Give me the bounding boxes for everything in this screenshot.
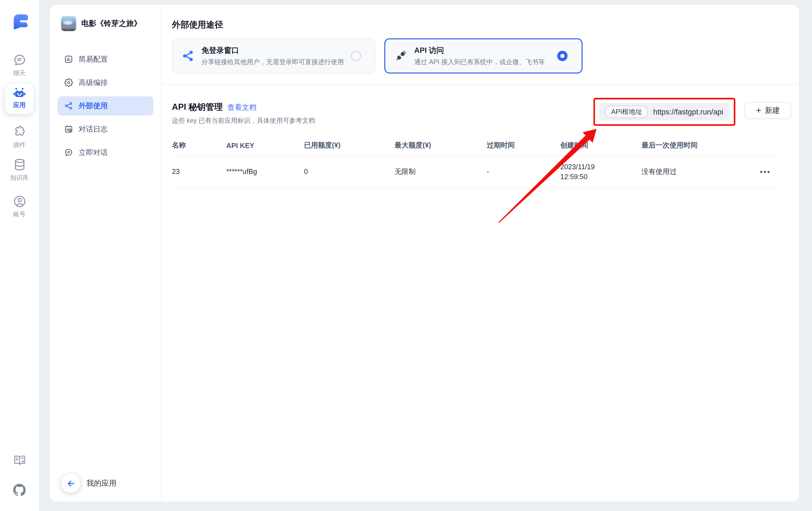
subnav-item-chat-now[interactable]: 立即对话 [58, 143, 153, 162]
option-desc: 通过 API 接入到已有系统中，或企微、飞书等 [414, 58, 545, 66]
subnav-item-advanced-orchestration[interactable]: 高级编排 [58, 73, 153, 92]
col-name: 名称 [172, 141, 227, 150]
cell-name: 23 [172, 168, 227, 176]
subnav-item-label: 对话日志 [79, 125, 108, 134]
app-window: 聊天 应用 插件 [0, 0, 812, 511]
rail-item-plugins[interactable]: 插件 [0, 125, 39, 149]
api-key-table: 名称 API KEY 已用额度(¥) 最大额度(¥) 过期时间 创建时间 最后一… [172, 136, 792, 188]
annotation-red-box: API根地址 https://fastgpt.run/api [593, 98, 735, 126]
option-texts: 免登录窗口 分享链接给其他用户，无需登录即可直接进行使用 [201, 46, 344, 66]
app-subnav: 电影《铃芽之旅》 简易配置 [50, 5, 162, 502]
chat-bubble-icon [64, 148, 73, 157]
cell-apikey: ******ufBg [226, 168, 304, 176]
rail-item-apps[interactable]: 应用 [5, 84, 34, 114]
cell-expire: - [487, 168, 560, 176]
back-label: 我的应用 [86, 479, 116, 488]
app-panel: 电影《铃芽之旅》 简易配置 [49, 4, 800, 502]
option-title: API 访问 [414, 46, 545, 55]
subnav-item-label: 立即对话 [79, 148, 108, 157]
fastgpt-logo[interactable] [10, 12, 30, 31]
option-title: 免登录窗口 [201, 46, 344, 55]
back-to-my-apps[interactable]: 我的应用 [61, 474, 116, 493]
api-key-title: API 秘钥管理 [172, 102, 223, 113]
rail-item-docs[interactable] [0, 453, 39, 467]
cell-created: 2023/11/19 12:59:50 [560, 162, 641, 181]
app-name: 电影《铃芽之旅》 [81, 19, 141, 29]
usage-options: 免登录窗口 分享链接给其他用户，无需登录即可直接进行使用 [172, 38, 792, 74]
github-icon [13, 483, 26, 496]
col-expire: 过期时间 [487, 141, 560, 150]
usage-section-title: 外部使用途径 [172, 19, 792, 31]
plug-icon [394, 49, 407, 63]
share-nodes-icon [64, 102, 73, 110]
app-header: 电影《铃芽之旅》 [50, 5, 161, 31]
calendar-clock-icon [64, 125, 73, 134]
col-used: 已用额度(¥) [304, 141, 395, 150]
col-created: 创建时间 [560, 141, 641, 150]
rail-item-github[interactable] [0, 483, 39, 496]
database-icon [13, 158, 26, 171]
user-icon [13, 195, 26, 208]
radio-unselected[interactable] [351, 51, 361, 61]
option-desc: 分享链接给其他用户，无需登录即可直接进行使用 [201, 58, 344, 66]
subnav-menu: 简易配置 高级编排 [58, 50, 153, 162]
bars-chart-icon [64, 55, 73, 63]
arrow-left-icon [65, 478, 76, 489]
option-texts: API 访问 通过 API 接入到已有系统中，或企微、飞书等 [414, 46, 545, 66]
share-nodes-blue-icon [181, 49, 195, 63]
table-header-row: 名称 API KEY 已用额度(¥) 最大额度(¥) 过期时间 创建时间 最后一… [172, 136, 776, 156]
new-key-button[interactable]: + 新建 [745, 102, 791, 119]
new-key-label: 新建 [765, 106, 780, 116]
col-apikey: API KEY [226, 142, 304, 149]
option-api-access[interactable]: API 访问 通过 API 接入到已有系统中，或企微、飞书等 [384, 38, 582, 74]
col-lastused: 最后一次使用时间 [642, 141, 754, 150]
cell-lastused: 没有使用过 [642, 167, 754, 176]
chat-icon [13, 53, 26, 67]
rail-item-label: 聊天 [0, 69, 39, 78]
subnav-item-simple-config[interactable]: 简易配置 [58, 50, 153, 69]
main-content: 外部使用途径 免登录窗口 分享链接给其他用户，无需登录即可直接进行使用 [162, 5, 799, 502]
subnav-item-label: 高级编排 [79, 78, 108, 87]
subnav-item-external-use[interactable]: 外部使用 [58, 96, 153, 116]
rail-item-label: 知识库 [0, 173, 39, 182]
radio-selected[interactable] [557, 51, 568, 61]
rail-item-knowledge[interactable]: 知识库 [0, 158, 39, 182]
option-no-login-window[interactable]: 免登录窗口 分享链接给其他用户，无需登录即可直接进行使用 [172, 38, 376, 74]
cell-used: 0 [304, 168, 395, 176]
api-root-url: https://fastgpt.run/api [653, 108, 723, 116]
subnav-item-label: 简易配置 [79, 55, 108, 64]
back-button[interactable] [61, 474, 80, 493]
row-actions-menu[interactable] [753, 171, 776, 173]
app-avatar [61, 16, 76, 31]
api-key-section: API 秘钥管理 查看文档 这些 key 已有当前应用标识，具体使用可参考文档 … [172, 85, 792, 188]
cell-max: 无限制 [395, 167, 487, 176]
rail-item-label: 应用 [5, 101, 34, 110]
puzzle-icon [13, 125, 26, 139]
rail-item-account[interactable]: 账号 [0, 195, 39, 219]
subnav-item-chat-logs[interactable]: 对话日志 [58, 120, 153, 139]
api-root-label: API根地址 [606, 106, 648, 118]
book-icon [13, 453, 26, 467]
rail-item-chat[interactable]: 聊天 [0, 53, 39, 78]
api-root-chip: API根地址 https://fastgpt.run/api [599, 103, 729, 120]
col-max: 最大额度(¥) [395, 141, 487, 150]
subnav-item-label: 外部使用 [79, 101, 108, 111]
table-row: 23 ******ufBg 0 无限制 - 2023/11/19 12:59:5… [172, 156, 776, 188]
view-docs-link[interactable]: 查看文档 [227, 103, 256, 112]
left-rail: 聊天 应用 插件 [0, 0, 39, 511]
robot-icon [12, 87, 26, 100]
rail-item-label: 账号 [0, 210, 39, 219]
plus-icon: + [756, 106, 761, 115]
gear-icon [64, 78, 73, 87]
rail-item-label: 插件 [0, 141, 39, 150]
